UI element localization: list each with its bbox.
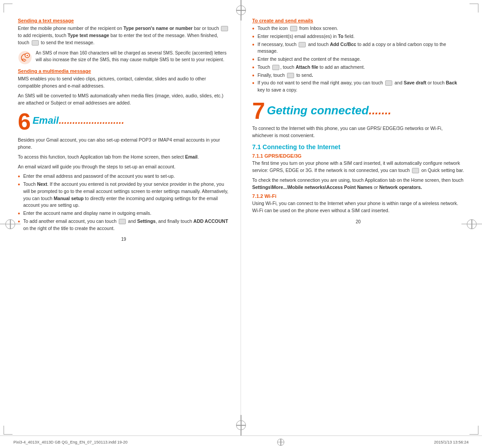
bold-settings-more: Settings\More...\Mobile networks\Access … xyxy=(252,184,373,190)
mms-para2: An SMS will be converted to MMS automati… xyxy=(18,92,229,107)
bold-back: Back xyxy=(446,80,457,85)
inline-icon-attach xyxy=(272,65,279,70)
chapter7-title: Getting connected....... xyxy=(267,104,391,117)
crosshair-top xyxy=(236,0,246,21)
section-712-heading: 7.1.2 Wi-Fi xyxy=(252,193,464,199)
warning-icon: ✦ xyxy=(18,50,32,65)
section-heading-mms: Sending a multimedia message xyxy=(18,68,229,74)
email-bullet-2: Touch Next. If the account you entered i… xyxy=(18,181,229,209)
bold-period: . xyxy=(312,72,313,78)
footer-right-text: 2015/1/13 13:56:24 xyxy=(434,440,469,444)
inline-icon-account xyxy=(119,219,126,224)
corner-mark-br xyxy=(470,426,478,435)
page-number-right: 20 xyxy=(356,219,361,224)
section-71-heading: 7.1 Connecting to the Internet xyxy=(252,143,464,151)
text-message-para1: Enter the mobile phone number of the rec… xyxy=(18,25,229,46)
inline-icon-quick xyxy=(412,168,419,173)
inline-icon-add xyxy=(221,26,228,31)
bold-manual-setup: Manual setup xyxy=(54,196,83,201)
corner-mark-tl xyxy=(4,4,12,13)
section-712-para: Using Wi-Fi, you can connect to the Inte… xyxy=(252,200,464,214)
create-email-bullet-5: Touch , touch Attach file to add an atta… xyxy=(252,64,464,71)
corner-mark-tr xyxy=(470,4,478,13)
chapter6-heading: 6 Email........................ xyxy=(18,110,229,133)
section-711-para2: To check the network connection you are … xyxy=(252,177,464,191)
bold-next: Next xyxy=(37,181,47,187)
chapter6-number: 6 xyxy=(18,110,31,133)
chapter6-title: Email........................ xyxy=(33,115,124,128)
bold-save-draft: Save draft xyxy=(403,80,426,85)
page-container: Sending a text message Enter the mobile … xyxy=(0,0,482,448)
section-text-message: Sending a text message Enter the mobile … xyxy=(18,18,229,65)
bold-type-person: Type person's name or number xyxy=(123,25,192,31)
email-bullet-3: Enter the account name and display name … xyxy=(18,210,229,217)
create-email-bullet-1: Touch the icon from Inbox screen. xyxy=(252,25,464,32)
section-heading-create-email: To create and send emails xyxy=(252,18,464,23)
inline-icon-send xyxy=(32,40,39,46)
main-content: Sending a text message Enter the mobile … xyxy=(0,0,482,435)
inline-icon-cc xyxy=(299,42,306,47)
footer: Pixi3-4_4013X_4013D GB QG_Eng_EN_07_1501… xyxy=(0,435,482,448)
create-email-bullet-6: Finally, touch to send. xyxy=(252,72,464,79)
create-email-bullet-list: Touch the icon from Inbox screen. Enter … xyxy=(252,25,464,94)
create-email-bullet-7: If you do not want to send the mail righ… xyxy=(252,80,464,94)
mms-para1: MMS enables you to send video clips, pic… xyxy=(18,75,229,90)
create-email-bullet-2: Enter recipient(s) email address(es) in … xyxy=(252,33,464,40)
create-email-bullet-3: If necessary, touch and touch Add Cc/Bcc… xyxy=(252,41,464,55)
bold-to: To xyxy=(338,33,343,39)
email-bullet-4: To add another email account, you can to… xyxy=(18,218,229,232)
chapter6-body2: To access this function, touch Applicati… xyxy=(18,154,229,161)
svg-text:✦: ✦ xyxy=(26,54,29,57)
chapter7-number: 7 xyxy=(252,99,265,122)
corner-mark-bl xyxy=(4,426,12,435)
bold-settings: Settings xyxy=(137,218,155,224)
bold-type-text: Type text message xyxy=(68,33,109,38)
warning-box: ✦ An SMS of more than 160 characters wil… xyxy=(18,50,229,65)
chapter7-intro: To connect to the Internet with this pho… xyxy=(252,125,464,139)
chapter6-body3: An email wizard will guide you through t… xyxy=(18,163,229,171)
right-page: To create and send emails Touch the icon… xyxy=(241,18,469,427)
email-bullet-list: Enter the email address and password of … xyxy=(18,173,229,232)
email-bullet-1: Enter the email address and password of … xyxy=(18,173,229,180)
section-create-email: To create and send emails Touch the icon… xyxy=(252,18,464,94)
chapter6-body1: Besides your Gmail account, you can also… xyxy=(18,137,229,151)
footer-crosshair xyxy=(277,439,284,446)
inline-icon-menu xyxy=(385,80,392,86)
section-mms: Sending a multimedia message MMS enables… xyxy=(18,68,229,106)
crosshair-right xyxy=(461,219,482,229)
svg-point-0 xyxy=(19,51,31,64)
page-number-left: 19 xyxy=(121,237,126,242)
section-711-para1: The first time you turn on your phone wi… xyxy=(252,160,464,174)
crosshair-bottom xyxy=(236,415,246,435)
bold-add-account: ADD ACCOUNT xyxy=(193,218,228,224)
section-711-heading: 7.1.1 GPRS/EDGE/3G xyxy=(252,153,464,159)
section-heading-text-message: Sending a text message xyxy=(18,18,229,23)
bold-add-cc: Add Cc/Bcc xyxy=(330,42,356,47)
bold-email: Email xyxy=(185,154,198,159)
warning-text: An SMS of more than 160 characters will … xyxy=(36,50,229,63)
inline-icon-inbox xyxy=(290,26,297,31)
left-page: Sending a text message Enter the mobile … xyxy=(13,18,241,427)
bold-attach-file: Attach file xyxy=(295,64,318,70)
inline-icon-send2 xyxy=(287,73,294,78)
chapter7-heading: 7 Getting connected....... xyxy=(252,99,464,122)
bold-network-operators: Network operators. xyxy=(379,184,422,190)
create-email-bullet-4: Enter the subject and the content of the… xyxy=(252,56,464,63)
footer-left-text: Pixi3-4_4013X_4013D GB QG_Eng_EN_07_1501… xyxy=(13,440,128,444)
